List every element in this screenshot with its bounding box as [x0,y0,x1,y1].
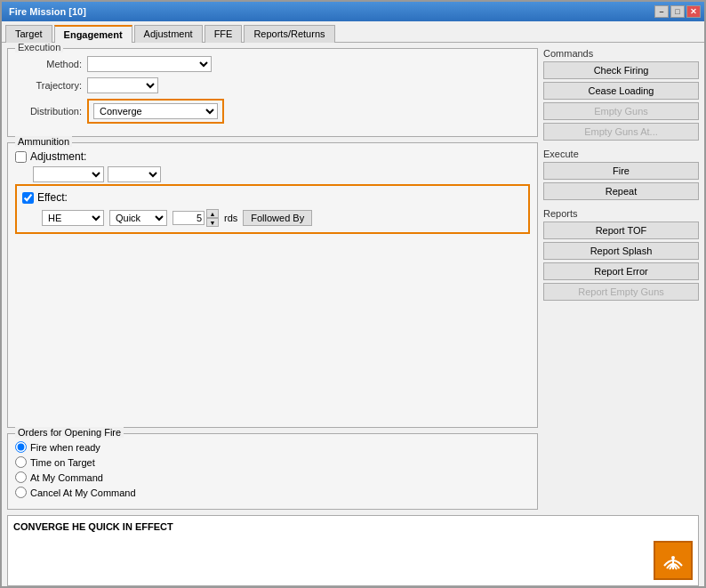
method-select[interactable] [87,56,212,72]
ammunition-label: Ammunition [15,136,72,147]
fire-button[interactable]: Fire [543,162,699,180]
report-empty-guns-button[interactable]: Report Empty Guns [543,283,699,301]
report-splash-button[interactable]: Report Splash [543,242,699,260]
method-label: Method: [15,59,82,69]
tab-adjustment[interactable]: Adjustment [134,25,203,43]
right-panel: Commands Check Firing Cease Loading Empt… [543,48,699,510]
adjustment-selects [33,166,530,182]
distribution-label: Distribution: [15,106,82,117]
titlebar-buttons: – □ ✕ [654,5,701,18]
cancel-at-my-command-radio[interactable] [15,487,27,498]
radio-at-my-command: At My Command [15,471,530,483]
restore-button[interactable]: □ [670,5,685,18]
fire-when-ready-radio[interactable] [15,441,27,453]
time-on-target-radio[interactable] [15,456,27,468]
trajectory-row: Trajectory: [15,77,530,93]
trajectory-select[interactable] [87,77,158,93]
empty-guns-button[interactable]: Empty Guns [543,102,699,120]
distribution-select[interactable]: Converge Linear Sheaf [93,103,218,119]
commands-section-label: Commands [543,48,699,59]
cease-loading-button[interactable]: Cease Loading [543,82,699,100]
rds-spinner: ▲ ▼ [172,209,219,227]
titlebar: Fire Mission [10] – □ ✕ [2,2,704,21]
distribution-row: Distribution: Converge Linear Sheaf [15,99,530,124]
report-tof-button[interactable]: Report TOF [543,222,699,239]
reports-group: Reports Report TOF Report Splash Report … [543,208,699,303]
report-error-button[interactable]: Report Error [543,262,699,280]
effect-label: Effect: [37,191,68,204]
main-window: Fire Mission [10] – □ ✕ Target Engagemen… [0,0,706,588]
minimize-button[interactable]: – [654,5,669,18]
window-title: Fire Mission [10] [9,6,86,17]
execution-label: Execution [15,43,63,52]
antenna-icon [659,546,687,575]
transmit-button[interactable] [654,541,693,580]
at-my-command-label: At My Command [30,472,103,483]
adjustment-row: Adjustment: [15,150,530,163]
adjustment-text: Adjustment: [30,150,86,163]
close-button[interactable]: ✕ [686,5,701,18]
repeat-button[interactable]: Repeat [543,182,699,200]
trajectory-label: Trajectory: [15,80,82,91]
adjustment-checkbox[interactable] [15,151,27,163]
distribution-highlight: Converge Linear Sheaf [87,99,224,124]
quick-select[interactable]: Quick Delay Time [109,210,167,226]
left-panel: Execution Method: Trajectory: [7,48,538,510]
check-firing-button[interactable]: Check Firing [543,61,699,79]
rds-label: rds [224,213,237,223]
tab-target[interactable]: Target [5,25,52,43]
time-on-target-label: Time on Target [30,457,95,468]
empty-guns-at-button[interactable]: Empty Guns At... [543,123,699,141]
ammunition-section: Ammunition Adjustment: Effect: [7,142,538,428]
adjustment-select-1[interactable] [33,166,104,182]
effect-highlight: Effect: HE ILLUM WP Quick Delay Time [15,184,530,234]
commands-group: Commands Check Firing Cease Loading Empt… [543,48,699,143]
bottom-text: CONVERGE HE QUICK IN EFFECT [13,521,173,532]
tabs-bar: Target Engagement Adjustment FFE Reports… [2,21,704,43]
adjustment-select-2[interactable] [108,166,161,182]
radio-cancel-at-my-command: Cancel At My Command [15,487,530,498]
execute-group: Execute Fire Repeat [543,149,699,203]
method-row: Method: [15,56,530,72]
he-select[interactable]: HE ILLUM WP [42,210,104,226]
spin-up-button[interactable]: ▲ [206,209,219,218]
radio-fire-when-ready: Fire when ready [15,441,530,453]
tab-engagement[interactable]: Engagement [54,25,132,43]
execute-section-label: Execute [543,149,699,159]
at-my-command-radio[interactable] [15,471,27,483]
cancel-at-my-command-label: Cancel At My Command [30,487,136,498]
followed-by-button[interactable]: Followed By [243,210,312,226]
effect-top: Effect: [22,191,523,204]
effect-checkbox[interactable] [22,192,34,204]
orders-label: Orders for Opening Fire [15,427,124,438]
rds-input[interactable] [172,211,205,225]
execution-section: Execution Method: Trajectory: [7,48,538,137]
bottom-area: CONVERGE HE QUICK IN EFFECT [7,515,699,586]
tab-ffe[interactable]: FFE [205,25,243,43]
radio-time-on-target: Time on Target [15,456,530,468]
orders-section: Orders for Opening Fire Fire when ready … [7,433,538,510]
tab-reports-returns[interactable]: Reports/Returns [244,25,334,43]
svg-point-3 [671,556,675,560]
fire-when-ready-label: Fire when ready [30,442,100,453]
main-content: Execution Method: Trajectory: [2,43,704,515]
reports-section-label: Reports [543,208,699,219]
spin-down-button[interactable]: ▼ [206,218,219,227]
spinner-buttons: ▲ ▼ [206,209,219,227]
effect-controls: HE ILLUM WP Quick Delay Time ▲ [42,209,523,227]
